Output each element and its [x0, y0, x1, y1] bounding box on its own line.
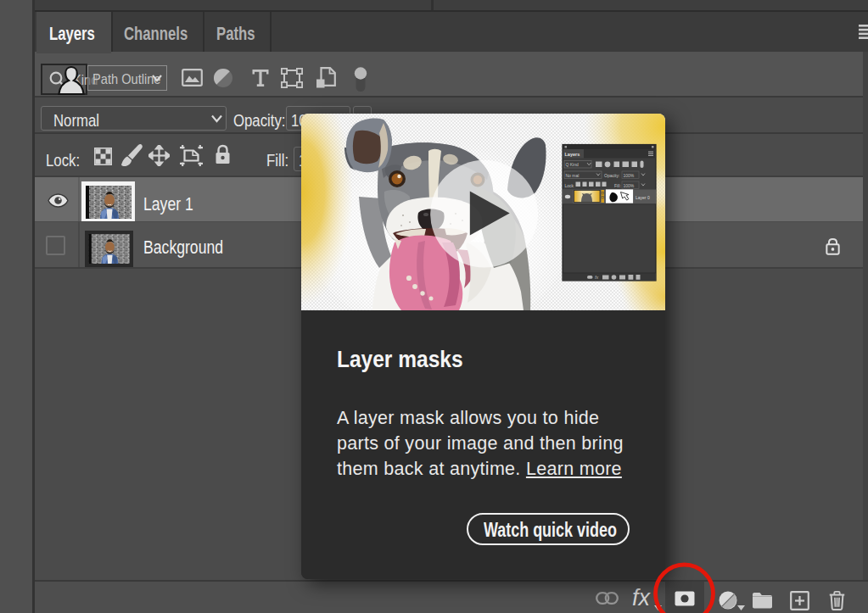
svg-text:fx: fx	[595, 275, 599, 280]
svg-text:No mal: No mal	[566, 173, 580, 178]
svg-text:100%: 100%	[624, 173, 635, 178]
svg-text:Q Kind: Q Kind	[566, 162, 580, 167]
svg-text:Layer 0: Layer 0	[636, 195, 650, 200]
svg-text:Layers: Layers	[565, 152, 580, 157]
svg-text:100%: 100%	[624, 183, 635, 188]
svg-text:Lock: Lock	[565, 183, 574, 188]
svg-text:Opacity:: Opacity:	[604, 173, 619, 178]
svg-text:Fill:: Fill:	[614, 183, 621, 188]
